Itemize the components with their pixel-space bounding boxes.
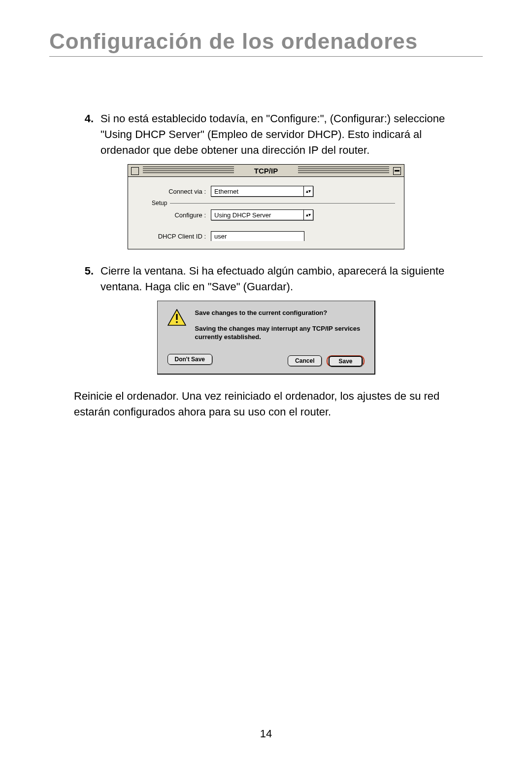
alert-button-row: Don't Save Cancel Save <box>167 355 365 367</box>
page-content: 4. Si no está establecido todavía, en "C… <box>49 111 483 419</box>
configure-row: Configure : Using DHCP Server ▴▾ <box>137 209 395 220</box>
save-button-highlight: Save <box>327 355 364 367</box>
alert-buttons-right: Cancel Save <box>288 355 364 367</box>
page-number: 14 <box>0 727 532 740</box>
alert-title: Save changes to the current configuratio… <box>195 309 365 316</box>
configure-label: Configure : <box>137 211 211 219</box>
step-5-number: 5. <box>74 263 94 295</box>
step-4-text: Si no está establecido todavía, en "Conf… <box>100 111 458 158</box>
warning-icon <box>167 309 186 326</box>
step-4-number: 4. <box>74 111 94 158</box>
tcpip-window-title: TCP/IP <box>128 165 404 176</box>
configure-select[interactable]: Using DHCP Server ▴▾ <box>211 209 313 220</box>
connect-via-row: Connect via : Ethernet ▴▾ <box>137 186 395 197</box>
tcpip-body: Connect via : Ethernet ▴▾ Setup Configur… <box>128 176 404 249</box>
closing-paragraph: Reinicie el ordenador. Una vez reiniciad… <box>74 388 458 420</box>
setup-label: Setup <box>152 200 170 207</box>
alert-figure: Save changes to the current configuratio… <box>74 301 458 375</box>
connect-via-value: Ethernet <box>214 188 238 195</box>
connect-via-label: Connect via : <box>137 188 211 195</box>
save-button[interactable]: Save <box>329 356 362 367</box>
step-5: 5. Cierre la ventana. Si ha efectuado al… <box>74 263 458 295</box>
step-4: 4. Si no está establecido todavía, en "C… <box>74 111 458 158</box>
cancel-button[interactable]: Cancel <box>288 355 322 366</box>
connect-via-select[interactable]: Ethernet ▴▾ <box>211 186 313 197</box>
tcpip-titlebar: TCP/IP <box>128 165 404 176</box>
tcpip-figure: TCP/IP Connect via : Ethernet ▴▾ Setup <box>74 164 458 249</box>
title-rule <box>49 56 483 57</box>
svg-rect-2 <box>176 321 177 323</box>
save-alert-dialog: Save changes to the current configuratio… <box>157 301 375 375</box>
updown-arrows-icon: ▴▾ <box>303 210 313 220</box>
setup-line <box>152 203 395 204</box>
setup-group: Setup <box>152 200 395 207</box>
alert-subtitle: Saving the changes may interrupt any TCP… <box>195 324 365 342</box>
step-5-text: Cierre la ventana. Si ha efectuado algún… <box>100 263 458 295</box>
collapse-icon[interactable] <box>393 167 401 175</box>
page-title: Configuración de los ordenadores <box>49 30 483 53</box>
tcpip-window: TCP/IP Connect via : Ethernet ▴▾ Setup <box>128 164 404 249</box>
configure-value: Using DHCP Server <box>214 211 271 219</box>
dhcp-client-id-row: DHCP Client ID : <box>137 231 395 241</box>
alert-buttons-left: Don't Save <box>167 355 213 367</box>
updown-arrows-icon: ▴▾ <box>303 186 313 196</box>
document-page: Configuración de los ordenadores 4. Si n… <box>0 0 532 760</box>
dhcp-client-id-label: DHCP Client ID : <box>137 233 211 240</box>
dhcp-client-id-input[interactable] <box>211 231 304 241</box>
svg-rect-1 <box>176 314 177 320</box>
alert-top: Save changes to the current configuratio… <box>167 309 365 342</box>
dont-save-button[interactable]: Don't Save <box>167 354 213 365</box>
alert-message: Save changes to the current configuratio… <box>195 309 365 342</box>
